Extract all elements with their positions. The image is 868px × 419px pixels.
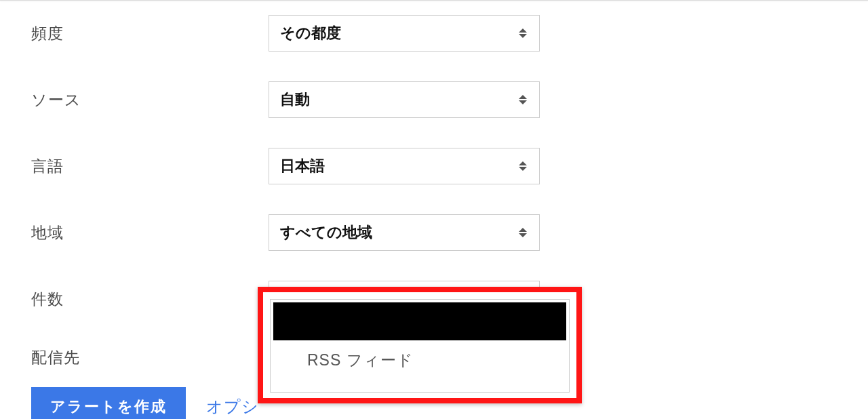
updown-icon bbox=[517, 159, 528, 173]
select-source-value: 自動 bbox=[280, 89, 517, 110]
row-language: 言語 日本語 bbox=[31, 148, 868, 184]
create-alert-button[interactable]: アラートを作成 bbox=[31, 387, 186, 419]
deliver-to-option-rss-text: RSS フィード bbox=[281, 350, 414, 371]
updown-icon bbox=[517, 226, 528, 239]
updown-icon bbox=[517, 93, 528, 106]
label-region: 地域 bbox=[31, 222, 269, 243]
alert-options-form: 頻度 その都度 ソース 自動 言語 日本語 地域 すべての地域 件数 すべての結… bbox=[0, 0, 868, 419]
select-source[interactable]: 自動 bbox=[269, 81, 540, 118]
label-count: 件数 bbox=[31, 289, 269, 310]
select-frequency-value: その都度 bbox=[280, 23, 517, 43]
redaction-mask bbox=[273, 302, 566, 340]
row-source: ソース 自動 bbox=[31, 81, 868, 118]
label-frequency: 頻度 bbox=[31, 23, 269, 44]
select-region-value: すべての地域 bbox=[280, 222, 517, 243]
deliver-to-dropdown-highlight: RSS フィード bbox=[258, 287, 582, 403]
label-source: ソース bbox=[31, 89, 269, 111]
label-language: 言語 bbox=[31, 156, 269, 177]
deliver-to-dropdown[interactable]: RSS フィード bbox=[270, 299, 570, 393]
select-language-value: 日本語 bbox=[280, 156, 517, 176]
row-region: 地域 すべての地域 bbox=[31, 214, 868, 251]
deliver-to-option-email-redacted[interactable] bbox=[273, 302, 566, 340]
select-frequency[interactable]: その都度 bbox=[269, 15, 540, 52]
deliver-to-option-rss[interactable]: RSS フィード bbox=[271, 340, 569, 380]
options-link[interactable]: オプシ bbox=[206, 396, 259, 418]
select-language[interactable]: 日本語 bbox=[269, 148, 540, 184]
row-frequency: 頻度 その都度 bbox=[31, 15, 868, 52]
updown-icon bbox=[517, 26, 528, 40]
select-region[interactable]: すべての地域 bbox=[269, 214, 540, 251]
label-deliver-to: 配信先 bbox=[31, 347, 269, 368]
